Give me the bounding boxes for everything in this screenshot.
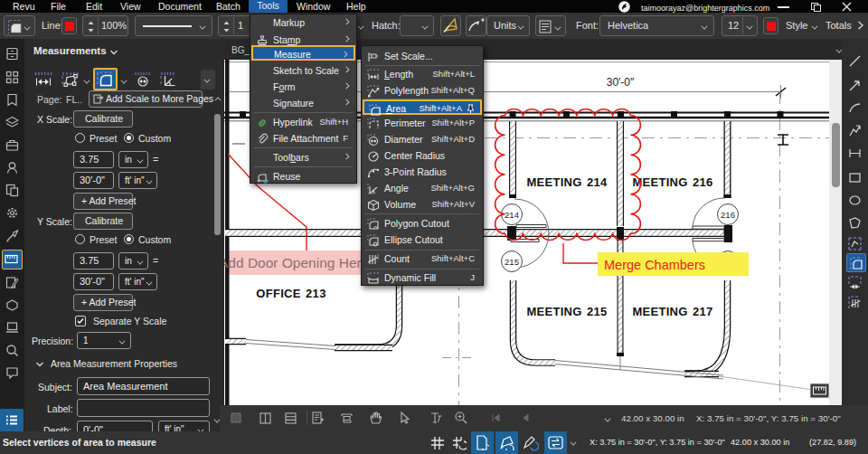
svg-text:Add Door Opening Here: Add Door Opening Here	[224, 255, 369, 270]
svg-text:OFFICE 213: OFFICE 213	[256, 287, 326, 300]
svg-text:MEETING 216: MEETING 216	[632, 175, 712, 189]
svg-text:MEETING 217: MEETING 217	[632, 305, 712, 318]
svg-text:215: 215	[505, 257, 519, 267]
svg-text:216: 216	[721, 210, 735, 220]
svg-text:MEETING 215: MEETING 215	[526, 305, 607, 318]
svg-text:Merge Chambers: Merge Chambers	[604, 258, 705, 272]
svg-text:30′-0″: 30′-0″	[607, 76, 635, 89]
svg-text:214: 214	[505, 210, 519, 220]
svg-text:MEETING 214: MEETING 214	[526, 175, 608, 189]
